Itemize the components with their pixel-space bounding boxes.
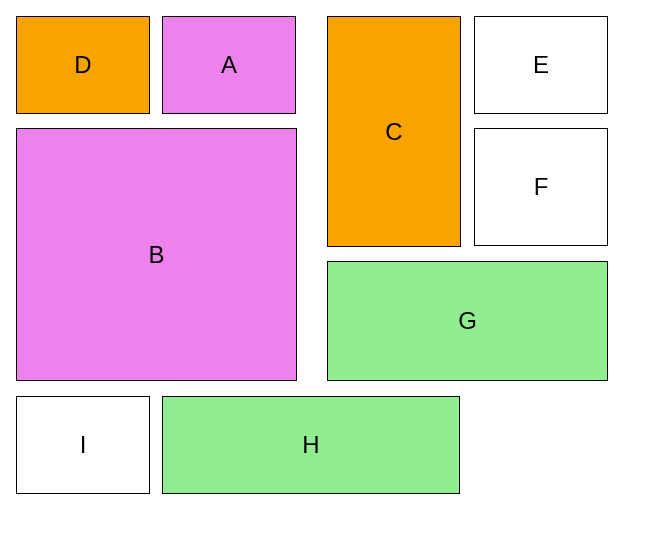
box-d-label: D — [74, 51, 91, 79]
box-f: F — [474, 128, 608, 246]
box-i-label: I — [80, 431, 87, 459]
box-a: A — [162, 16, 296, 114]
box-h: H — [162, 396, 460, 494]
box-g: G — [327, 261, 608, 381]
box-d: D — [16, 16, 150, 114]
box-i: I — [16, 396, 150, 494]
box-b-label: B — [148, 241, 164, 269]
box-b: B — [16, 128, 297, 381]
box-g-label: G — [458, 307, 477, 335]
box-h-label: H — [302, 431, 319, 459]
box-e-label: E — [533, 51, 549, 79]
box-c-label: C — [385, 118, 402, 146]
box-e: E — [474, 16, 608, 114]
box-f-label: F — [534, 173, 549, 201]
box-a-label: A — [221, 51, 237, 79]
box-c: C — [327, 16, 461, 247]
